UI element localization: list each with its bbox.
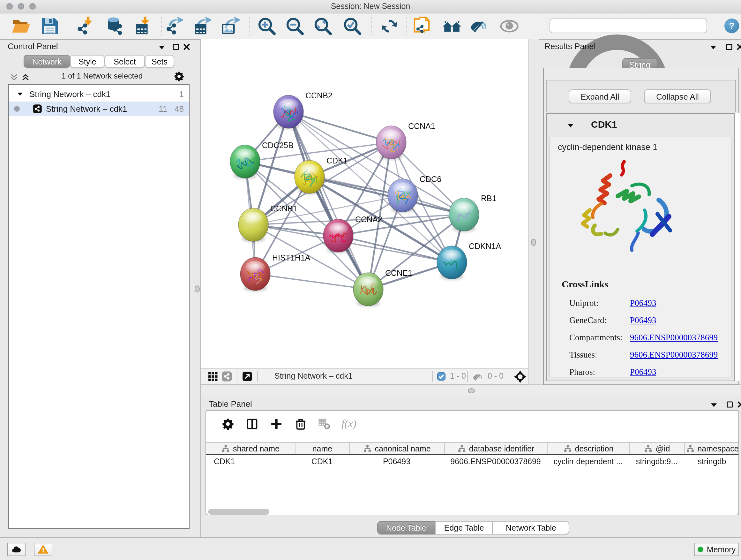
panel-menu-icon[interactable] xyxy=(709,44,718,52)
column-header-namespace[interactable]: namespace xyxy=(684,443,740,454)
tab-select[interactable]: Select xyxy=(105,55,145,68)
delete-column-icon[interactable] xyxy=(294,418,307,430)
node-HIST1H1A[interactable] xyxy=(240,257,270,291)
table-cell[interactable]: stringdb xyxy=(684,455,740,468)
zoom-out-icon[interactable] xyxy=(285,17,305,36)
memory-button[interactable]: Memory xyxy=(694,543,739,556)
column-header-name[interactable]: name xyxy=(295,443,349,454)
crosslink-link[interactable]: 9606.ENSP00000378699 xyxy=(630,350,718,360)
column-header-canonical-name[interactable]: canonical name xyxy=(349,443,444,454)
panel-menu-icon[interactable] xyxy=(710,401,718,409)
node-CDK1[interactable] xyxy=(294,160,325,194)
export-table-icon[interactable] xyxy=(192,17,211,36)
add-column-icon[interactable] xyxy=(270,418,283,430)
export-network-icon[interactable] xyxy=(164,17,183,36)
edge-CCNB2-CCNE1[interactable] xyxy=(288,112,368,289)
network-row-selected[interactable]: String Network – cdk1 11 48 xyxy=(9,102,189,116)
collapse-all-icon[interactable] xyxy=(10,73,18,82)
float-panel-icon[interactable] xyxy=(726,400,734,409)
export-image-icon[interactable] xyxy=(221,17,240,36)
tab-network-table[interactable]: Network Table xyxy=(493,521,569,535)
table-row[interactable]: CDK1CDK1P064939606.ENSP00000378699cyclin… xyxy=(206,455,738,468)
network-collection-row[interactable]: String Network – cdk1 1 xyxy=(9,87,189,102)
table-cell[interactable]: cyclin-dependent ... xyxy=(547,455,629,468)
node-CCNB2[interactable] xyxy=(273,95,304,129)
tab-style[interactable]: Style xyxy=(70,55,105,68)
edge-CCNB2-CCNA1[interactable] xyxy=(288,112,391,142)
show-columns-icon[interactable] xyxy=(246,418,259,430)
table-cell[interactable]: stringdb:9... xyxy=(629,455,684,468)
node-CCNA1[interactable] xyxy=(376,126,406,160)
results-scrollbar[interactable] xyxy=(735,113,740,381)
network-canvas[interactable]: CCNB2CCNA1CDC25BCDK1CDC6RB1CCNB1CCNA2CDK… xyxy=(201,39,528,368)
node-CDC6[interactable] xyxy=(388,179,418,212)
zoom-selected-icon[interactable] xyxy=(343,17,362,36)
first-neighbors-icon[interactable] xyxy=(413,17,432,36)
gear-icon[interactable] xyxy=(174,71,185,82)
save-session-icon[interactable] xyxy=(40,17,59,36)
show-all-icon[interactable] xyxy=(500,17,519,36)
node-CDC25B[interactable] xyxy=(230,145,260,179)
collapse-all-button[interactable]: Collapse All xyxy=(644,89,711,104)
refresh-view-icon[interactable] xyxy=(380,17,399,36)
edge-HIST1H1A-CCNE1[interactable] xyxy=(255,274,368,289)
view-type-icon[interactable] xyxy=(221,371,232,382)
return-to-networks-icon[interactable] xyxy=(442,17,461,36)
tab-sets[interactable]: Sets xyxy=(145,55,174,68)
column-header--id[interactable]: @id xyxy=(629,443,684,454)
collection-expander-icon[interactable] xyxy=(17,91,23,98)
column-header-description[interactable]: description xyxy=(547,443,629,454)
bottom-splitter-handle[interactable] xyxy=(468,388,475,393)
tab-network[interactable]: Network xyxy=(23,55,70,68)
detach-view-icon[interactable] xyxy=(242,371,253,382)
expand-all-button[interactable]: Expand All xyxy=(569,89,631,104)
selected-checkbox-icon[interactable] xyxy=(437,372,446,381)
hide-selected-icon[interactable] xyxy=(469,17,488,36)
zoom-in-icon[interactable] xyxy=(257,17,276,36)
crosslink-link[interactable]: 9606.ENSP00000378699 xyxy=(630,333,718,342)
close-panel-icon[interactable] xyxy=(736,43,741,51)
table-cell[interactable]: 9606.ENSP00000378699 xyxy=(444,455,547,468)
card-expander-icon[interactable] xyxy=(567,122,575,130)
open-session-icon[interactable] xyxy=(11,17,30,36)
right-splitter-handle[interactable] xyxy=(531,239,536,246)
table-cell[interactable]: CDK1 xyxy=(206,455,295,468)
close-panel-icon[interactable] xyxy=(737,400,741,409)
crosslink-link[interactable]: P06493 xyxy=(630,315,657,325)
node-CDKN1A[interactable] xyxy=(437,246,467,280)
float-panel-icon[interactable] xyxy=(725,43,733,51)
import-table-icon[interactable] xyxy=(133,17,152,36)
import-network-icon[interactable] xyxy=(76,17,95,36)
column-header-database-identifier[interactable]: database identifier xyxy=(444,443,547,454)
tab-edge-table[interactable]: Edge Table xyxy=(435,521,493,535)
table-options-icon[interactable] xyxy=(221,418,234,430)
horizontal-splitter[interactable] xyxy=(201,384,741,396)
expand-all-icon[interactable] xyxy=(21,73,30,82)
birds-eye-toggle-icon[interactable] xyxy=(514,370,527,383)
search-field[interactable] xyxy=(549,18,707,33)
import-network-database-icon[interactable] xyxy=(105,17,124,36)
crosslink-link[interactable]: P06493 xyxy=(630,367,657,377)
node-CCNB1[interactable] xyxy=(239,208,268,242)
table-header-row[interactable]: shared namenamecanonical namedatabase id… xyxy=(206,442,738,455)
node-CCNE1[interactable] xyxy=(353,273,383,307)
table-cell[interactable]: P06493 xyxy=(349,455,444,468)
search-input[interactable] xyxy=(565,20,705,33)
grid-mode-icon[interactable] xyxy=(207,371,218,382)
tab-node-table[interactable]: Node Table xyxy=(377,521,435,535)
node-RB1[interactable] xyxy=(449,198,479,232)
left-splitter-handle[interactable] xyxy=(195,286,200,293)
column-header-shared-name[interactable]: shared name xyxy=(206,443,295,454)
cloud-status-button[interactable] xyxy=(7,543,25,556)
crosslink-link[interactable]: P06493 xyxy=(630,298,657,308)
zoom-fit-icon[interactable] xyxy=(313,17,333,36)
help-button[interactable]: ? xyxy=(724,18,739,33)
warnings-button[interactable] xyxy=(34,543,52,556)
close-panel-icon[interactable] xyxy=(183,43,191,51)
panel-menu-icon[interactable] xyxy=(158,44,166,52)
table-hscrollbar-thumb[interactable] xyxy=(208,509,269,515)
table-cell[interactable]: CDK1 xyxy=(295,455,349,468)
node-CCNA2[interactable] xyxy=(323,219,353,253)
float-panel-icon[interactable] xyxy=(172,43,180,51)
vertical-splitter[interactable] xyxy=(528,39,539,396)
